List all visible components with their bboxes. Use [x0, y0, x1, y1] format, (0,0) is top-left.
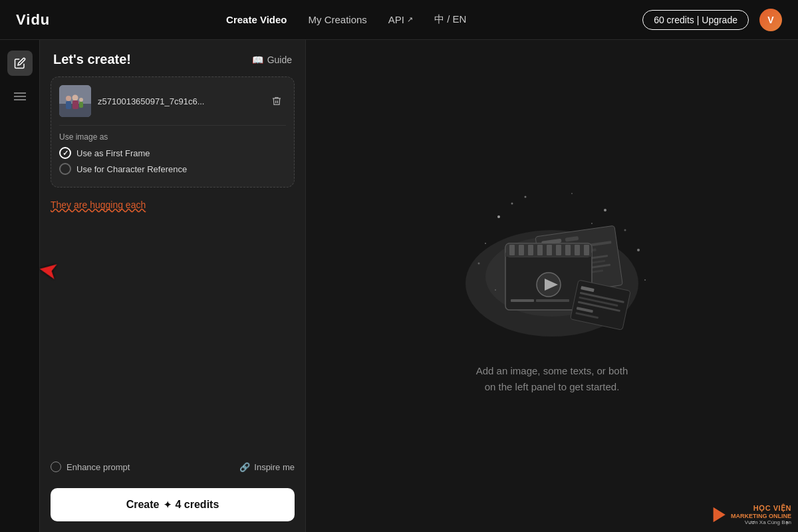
- enhance-circle-icon: [51, 462, 61, 472]
- svg-rect-46: [556, 245, 561, 255]
- svg-point-24: [644, 279, 646, 281]
- svg-rect-48: [575, 245, 580, 255]
- sidebar-icon-edit[interactable]: [7, 51, 33, 76]
- header: Vidu Create Video My Creations API ↗ 中 /…: [0, 0, 798, 40]
- header-right: 60 credits | Upgrade V: [642, 9, 782, 31]
- watermark-line3: Vươn Xa Cùng Bạn: [731, 519, 791, 525]
- radio-character-ref-circle: [59, 163, 71, 175]
- watermark-text: HỌC VIỆN MARKETING ONLINE Vươn Xa Cùng B…: [731, 504, 791, 525]
- create-arrow-icon: ✦: [164, 499, 172, 510]
- image-info: z5710013650971_7c91c6...: [59, 85, 204, 117]
- inspire-icon: 🔗: [239, 462, 250, 472]
- inspire-me-button[interactable]: 🔗 Inspire me: [239, 462, 295, 472]
- svg-point-20: [525, 196, 527, 198]
- main-nav: Create Video My Creations API ↗ 中 / EN: [226, 13, 466, 26]
- panel-title: Let's create!: [53, 52, 131, 67]
- nav-create-video[interactable]: Create Video: [226, 14, 287, 25]
- radio-first-frame-label: Use as First Frame: [76, 148, 150, 158]
- hint-text: Add an image, some texts, or both on the…: [476, 363, 628, 395]
- svg-rect-7: [66, 101, 71, 109]
- svg-point-18: [485, 243, 486, 244]
- left-panel: Let's create! 📖 Guide: [40, 40, 306, 532]
- delete-image-button[interactable]: [267, 92, 286, 110]
- uploaded-image-row: z5710013650971_7c91c6...: [59, 85, 286, 117]
- svg-point-15: [511, 203, 513, 205]
- svg-point-16: [604, 209, 606, 211]
- usage-options: Use image as Use as First Frame Use for …: [59, 125, 286, 175]
- svg-rect-9: [72, 100, 78, 109]
- svg-point-19: [637, 249, 640, 251]
- guide-button[interactable]: 📖 Guide: [252, 55, 292, 65]
- credits-upgrade-button[interactable]: 60 credits | Upgrade: [642, 10, 749, 30]
- watermark-play-icon: [710, 505, 728, 524]
- nav-my-creations[interactable]: My Creations: [308, 14, 366, 25]
- svg-point-8: [72, 95, 78, 101]
- radio-first-frame-circle: [59, 147, 71, 159]
- svg-rect-42: [519, 245, 524, 255]
- create-button[interactable]: Create ✦ 4 credits: [51, 488, 295, 521]
- watermark-line1: HỌC VIỆN: [731, 504, 791, 513]
- logo: Vidu: [16, 11, 50, 29]
- svg-point-22: [591, 223, 593, 224]
- nav-lang[interactable]: 中 / EN: [434, 13, 466, 26]
- svg-point-10: [79, 98, 83, 102]
- radio-character-ref[interactable]: Use for Character Reference: [59, 163, 286, 175]
- svg-rect-52: [511, 299, 534, 302]
- svg-rect-11: [79, 102, 83, 108]
- main-layout: Let's create! 📖 Guide: [0, 40, 798, 532]
- panel-header: Let's create! 📖 Guide: [40, 40, 305, 76]
- avatar[interactable]: V: [759, 9, 782, 31]
- svg-point-21: [571, 193, 573, 194]
- svg-point-14: [497, 215, 500, 218]
- svg-rect-41: [509, 245, 515, 255]
- upload-area[interactable]: z5710013650971_7c91c6... Use image as U: [51, 76, 295, 188]
- radio-character-ref-label: Use for Character Reference: [76, 164, 187, 174]
- prompt-text-area[interactable]: They are hugging each: [51, 198, 295, 454]
- enhance-prompt-button[interactable]: Enhance prompt: [51, 462, 130, 472]
- bottom-controls: Enhance prompt 🔗 Inspire me: [40, 454, 305, 480]
- svg-point-6: [66, 96, 71, 101]
- guide-icon: 📖: [252, 55, 263, 65]
- illustration-area: Add an image, some texts, or both on the…: [439, 177, 665, 395]
- svg-point-25: [495, 289, 496, 291]
- image-filename: z5710013650971_7c91c6...: [98, 96, 204, 106]
- sidebar-icon-menu[interactable]: [7, 84, 33, 109]
- watermark-line2: MARKETING ONLINE: [731, 513, 791, 519]
- create-button-area: Create ✦ 4 credits: [40, 480, 305, 532]
- nav-api[interactable]: API ↗: [388, 14, 413, 25]
- sidebar: [0, 40, 40, 532]
- svg-rect-49: [584, 245, 589, 255]
- svg-rect-47: [565, 245, 571, 255]
- usage-label: Use image as: [59, 132, 286, 142]
- svg-rect-53: [536, 299, 569, 302]
- watermark: HỌC VIỆN MARKETING ONLINE Vươn Xa Cùng B…: [710, 504, 791, 525]
- svg-point-17: [624, 229, 626, 231]
- svg-point-23: [478, 263, 480, 265]
- svg-rect-45: [547, 245, 552, 255]
- svg-rect-44: [537, 245, 543, 255]
- image-thumbnail: [59, 85, 91, 117]
- illustration-svg: [439, 177, 665, 350]
- radio-first-frame[interactable]: Use as First Frame: [59, 147, 286, 159]
- right-panel: Add an image, some texts, or both on the…: [306, 40, 798, 532]
- svg-rect-43: [528, 245, 533, 255]
- prompt-text: They are hugging each: [51, 198, 295, 212]
- api-external-icon: ↗: [407, 15, 413, 24]
